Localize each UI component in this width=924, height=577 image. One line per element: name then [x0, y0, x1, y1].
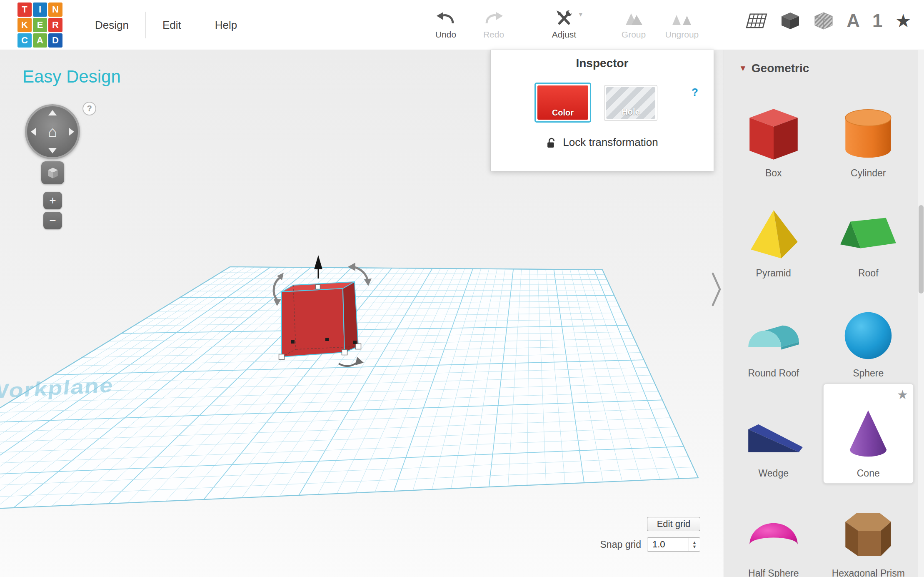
- pyramid-shape-icon: [742, 203, 805, 266]
- home-view-icon[interactable]: ⌂: [27, 106, 78, 157]
- top-toolbar: T I N K E R C A D Design Edit Help: [0, 0, 924, 50]
- menu-edit[interactable]: Edit: [146, 19, 198, 32]
- cylinder-shape-icon: [837, 103, 900, 166]
- shape-label: Wedge: [759, 468, 789, 479]
- snap-grid-select[interactable]: 1.0 ▲ ▼: [647, 537, 700, 552]
- logo-letter: T: [17, 3, 32, 17]
- sidebar-scrollbar[interactable]: [918, 50, 924, 577]
- collapse-triangle-icon: ▼: [739, 64, 747, 73]
- snap-grid-control: Snap grid 1.0 ▲ ▼: [554, 537, 700, 552]
- scrollbar-thumb[interactable]: [919, 205, 924, 294]
- logo-letter: A: [33, 33, 47, 48]
- hole-box-tool-icon[interactable]: [813, 11, 834, 30]
- shape-cylinder[interactable]: Cylinder: [823, 83, 914, 183]
- redo-icon: [484, 10, 504, 27]
- ungroup-icon: [671, 10, 693, 27]
- shape-label: Cone: [857, 468, 880, 479]
- shape-box[interactable]: Box: [728, 83, 819, 183]
- lock-transformation-label: Lock transformation: [563, 136, 658, 149]
- shape-label: Pyramid: [756, 268, 791, 279]
- logo-letter: K: [17, 18, 32, 32]
- shape-label: Roof: [858, 268, 879, 279]
- sphere-shape-icon: [837, 303, 900, 366]
- shape-label: Sphere: [853, 368, 884, 379]
- snap-grid-label: Snap grid: [600, 539, 641, 550]
- help-button[interactable]: ?: [82, 102, 96, 115]
- menu-separator: [254, 12, 254, 38]
- snap-grid-value: 1.0: [647, 538, 689, 551]
- color-swatch-label: Color: [552, 108, 574, 120]
- main-area: Workplane Easy Design ? ⌂ + −: [0, 50, 924, 577]
- solid-box-tool-icon[interactable]: [780, 11, 801, 30]
- view-navigation-pad[interactable]: ⌂: [25, 104, 80, 159]
- sidebar-collapse-toggle[interactable]: [709, 270, 724, 309]
- tinkercad-logo[interactable]: T I N K E R C A D: [17, 3, 62, 48]
- view-cube-button[interactable]: [41, 161, 64, 184]
- shape-label: Half Sphere: [748, 568, 799, 577]
- ungroup-button[interactable]: Ungroup: [656, 9, 708, 40]
- half-sphere-shape-icon: [742, 503, 805, 566]
- zoom-out-button[interactable]: −: [43, 212, 62, 229]
- chevron-right-icon: [710, 270, 722, 309]
- shape-label: Round Roof: [748, 368, 799, 379]
- open-lock-icon: [546, 137, 557, 148]
- undo-label: Undo: [435, 30, 456, 40]
- redo-button[interactable]: Redo: [468, 9, 519, 40]
- inspector-help-link[interactable]: ?: [692, 86, 698, 99]
- main-menu: Design Edit Help: [78, 0, 254, 50]
- inspector-title: Inspector: [491, 57, 714, 70]
- color-swatch[interactable]: Color: [534, 83, 591, 123]
- redo-label: Redo: [483, 30, 504, 40]
- lock-transformation-toggle[interactable]: Lock transformation: [491, 136, 714, 149]
- hole-swatch-label: Hole: [622, 107, 639, 119]
- category-header-geometric[interactable]: ▼ Geometric: [739, 62, 809, 75]
- shape-grid: Box Cylinder: [728, 83, 914, 577]
- shape-cone[interactable]: ★ Cone: [823, 384, 914, 484]
- snap-grid-stepper[interactable]: ▲ ▼: [689, 538, 700, 551]
- logo-letter: I: [33, 3, 47, 17]
- logo-letter: R: [48, 18, 62, 32]
- move-up-arrow-icon: [314, 255, 322, 278]
- zoom-in-button[interactable]: +: [43, 192, 62, 209]
- undo-button[interactable]: Undo: [420, 9, 472, 40]
- hole-swatch-fill: Hole: [606, 87, 655, 119]
- adjust-dropdown-caret-icon[interactable]: ▾: [579, 10, 582, 19]
- cone-shape-icon: [837, 403, 900, 466]
- stepper-down-icon[interactable]: ▼: [692, 544, 697, 549]
- insert-tools: A 1 ★: [746, 8, 912, 34]
- logo-letter: N: [48, 3, 62, 17]
- design-title: Easy Design: [22, 67, 121, 87]
- logo-letter: E: [33, 18, 47, 32]
- shape-sphere[interactable]: Sphere: [823, 283, 914, 384]
- workplane-tool-icon[interactable]: [746, 11, 767, 30]
- hole-swatch[interactable]: Hole: [604, 85, 657, 121]
- adjust-button[interactable]: ▾ Adjust: [538, 9, 590, 40]
- rotate-arrow-icon: [339, 357, 364, 366]
- inspector-panel: Inspector Color Hole ? Lock transformati…: [490, 50, 714, 171]
- shape-half-sphere[interactable]: Half Sphere: [728, 484, 819, 577]
- box-shape-icon: [742, 103, 805, 166]
- group-button[interactable]: Group: [608, 9, 659, 40]
- undo-icon: [436, 10, 456, 27]
- shape-pyramid[interactable]: Pyramid: [728, 183, 819, 283]
- text-tool-icon[interactable]: A: [847, 12, 860, 30]
- favorite-star-icon[interactable]: ★: [897, 387, 908, 402]
- shape-roof[interactable]: Roof: [823, 183, 914, 283]
- adjust-label: Adjust: [552, 30, 576, 40]
- shape-wedge[interactable]: Wedge: [728, 384, 819, 484]
- number-tool-icon[interactable]: 1: [872, 12, 882, 30]
- shape-label: Box: [765, 168, 782, 179]
- tinkercad-app: T I N K E R C A D Design Edit Help: [0, 0, 924, 577]
- edit-grid-button[interactable]: Edit grid: [647, 517, 700, 531]
- shape-hexagonal-prism[interactable]: Hexagonal Prism: [823, 484, 914, 577]
- adjust-tools-icon: [555, 10, 573, 27]
- wedge-shape-icon: [742, 403, 805, 466]
- shape-round-roof[interactable]: Round Roof: [728, 283, 819, 384]
- shape-label: Hexagonal Prism: [832, 568, 905, 577]
- menu-design[interactable]: Design: [78, 19, 145, 32]
- ungroup-label: Ungroup: [665, 30, 699, 40]
- menu-help[interactable]: Help: [198, 19, 254, 32]
- favorites-star-icon[interactable]: ★: [895, 12, 912, 30]
- logo-letter: C: [17, 33, 32, 48]
- selected-shape-box[interactable]: [256, 246, 390, 379]
